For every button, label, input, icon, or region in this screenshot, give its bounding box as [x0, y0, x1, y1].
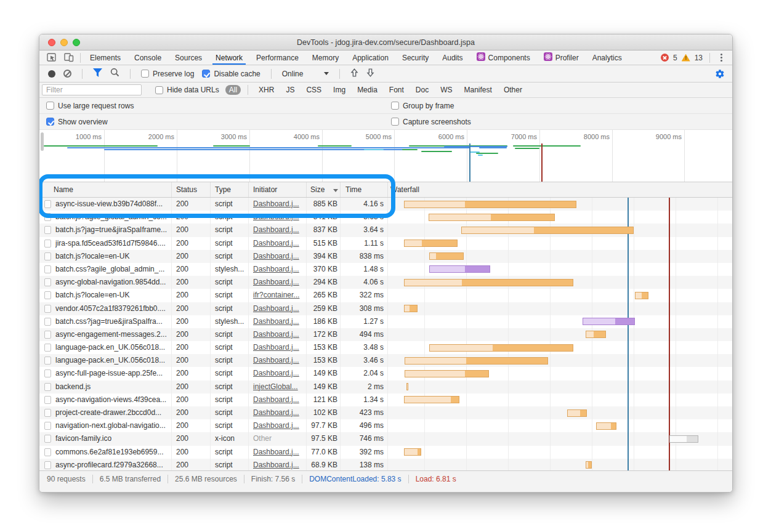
request-name-cell[interactable]: async-full-page-issue-app.25fe... [55, 367, 171, 380]
request-name-cell[interactable]: batch.js?locale=en-UK [55, 289, 171, 302]
column-header-time[interactable]: Time [345, 185, 361, 194]
search-icon[interactable] [110, 68, 119, 79]
request-name-cell[interactable]: batch.css?jag=true&jiraSpaIfra... [55, 315, 171, 328]
tab-application[interactable]: Application [345, 50, 395, 65]
type-filter-manifest[interactable]: Manifest [461, 85, 496, 95]
waterfall-bar[interactable] [406, 383, 408, 390]
import-har-icon[interactable] [350, 68, 358, 79]
waterfall-bar[interactable] [635, 292, 648, 299]
request-name-cell[interactable]: batch.js?locale=en-UK [55, 250, 171, 263]
waterfall-bar[interactable] [404, 240, 458, 247]
use-large-request-rows-option[interactable]: Use large request rows [46, 102, 134, 110]
close-window-button[interactable] [48, 39, 55, 46]
group-by-frame-option[interactable]: Group by frame [391, 102, 454, 110]
disable-cache-checkbox[interactable] [202, 70, 210, 78]
waterfall-bar[interactable] [405, 370, 489, 377]
tab-memory[interactable]: Memory [305, 50, 345, 65]
type-filter-img[interactable]: Img [329, 85, 349, 95]
initiator-link[interactable]: Dashboard.j... [253, 225, 299, 234]
waterfall-bar[interactable] [669, 435, 698, 443]
request-name-cell[interactable]: async-navigation-views.4f39cea... [55, 393, 171, 406]
scrollbar-thumb[interactable] [41, 132, 44, 151]
column-header-waterfall[interactable]: Waterfall [390, 185, 419, 194]
waterfall-bar[interactable] [404, 201, 576, 208]
initiator-link[interactable]: Dashboard.j... [253, 448, 299, 456]
request-name-cell[interactable]: batch.js?jag=true&jiraSpaIframe... [55, 224, 171, 236]
initiator-link[interactable]: Dashboard.j... [253, 408, 299, 417]
initiator-link[interactable]: Dashboard.j... [253, 252, 299, 260]
zoom-window-button[interactable] [73, 39, 80, 46]
column-header-type[interactable]: Type [215, 185, 231, 194]
request-name-cell[interactable]: favicon-family.ico [55, 432, 171, 445]
waterfall-bar[interactable] [567, 409, 587, 417]
type-filter-css[interactable]: CSS [302, 85, 325, 95]
column-header-name[interactable]: Name [54, 185, 73, 194]
waterfall-bar[interactable] [404, 396, 459, 403]
error-badge-icon[interactable] [661, 54, 669, 62]
waterfall-bar[interactable] [429, 214, 555, 221]
more-options-icon[interactable] [721, 57, 722, 58]
initiator-link[interactable]: Dashboard.j... [253, 239, 299, 248]
initiator-link[interactable]: Dashboard.j... [253, 317, 299, 326]
column-header-status[interactable]: Status [176, 185, 197, 194]
request-name-cell[interactable]: async-global-navigation.9854dd... [55, 276, 171, 289]
request-name-cell[interactable]: jira-spa.fd5cead53f61d7f59846.... [55, 237, 171, 250]
preserve-log-option[interactable]: Preserve log [141, 70, 194, 78]
use-large-request-rows-checkbox[interactable] [46, 102, 54, 110]
request-name-cell[interactable]: language-pack.en_UK.056c018... [55, 341, 171, 354]
initiator-link[interactable]: Dashboard.j... [253, 200, 299, 208]
column-header-initiator[interactable]: Initiator [253, 185, 277, 194]
tab-components[interactable]: Components [470, 50, 537, 65]
type-filter-doc[interactable]: Doc [412, 85, 432, 95]
disable-cache-option[interactable]: Disable cache [202, 70, 260, 78]
request-name-cell[interactable]: async-issue-view.b39b74d088f... [55, 198, 171, 211]
waterfall-bar[interactable] [429, 265, 490, 273]
warning-count[interactable]: 13 [695, 54, 703, 62]
request-name-cell[interactable]: async-engagement-messages.2... [55, 328, 171, 341]
initiator-link[interactable]: Dashboard.j... [253, 421, 299, 430]
waterfall-bar[interactable] [461, 227, 634, 234]
request-name-cell[interactable]: navigation-next.global-navigatio... [55, 419, 171, 432]
tab-elements[interactable]: Elements [83, 50, 127, 65]
column-divider[interactable] [387, 182, 388, 197]
export-har-icon[interactable] [366, 68, 374, 79]
initiator-link[interactable]: Dashboard.j... [253, 278, 299, 286]
tab-sources[interactable]: Sources [168, 50, 209, 65]
network-overview-timeline[interactable]: 1000 ms2000 ms3000 ms4000 ms5000 ms6000 … [39, 130, 732, 182]
filter-input[interactable] [42, 84, 142, 95]
hide-data-urls-option[interactable]: Hide data URLs [155, 86, 219, 94]
initiator-link[interactable]: Dashboard.j... [253, 330, 299, 339]
type-filter-all[interactable]: All [225, 85, 241, 95]
settings-gear-icon[interactable] [715, 69, 725, 79]
waterfall-bar[interactable] [429, 252, 464, 260]
tab-performance[interactable]: Performance [249, 50, 305, 65]
throttling-dropdown[interactable]: Online [282, 70, 329, 78]
column-divider[interactable] [171, 182, 172, 197]
waterfall-bar[interactable] [404, 279, 573, 286]
capture-screenshots-checkbox[interactable] [391, 118, 399, 126]
minimize-window-button[interactable] [60, 39, 68, 46]
device-toolbar-icon[interactable] [60, 50, 78, 65]
request-name-cell[interactable]: backend.js [55, 381, 171, 393]
waterfall-bar[interactable] [596, 422, 616, 430]
waterfall-bar[interactable] [405, 357, 548, 365]
clear-network-log-icon[interactable] [63, 70, 71, 78]
request-name-cell[interactable]: batch.js?agile_global_admin_co... [55, 211, 171, 224]
initiator-link[interactable]: Dashboard.j... [253, 265, 299, 273]
filter-toggle-icon[interactable] [93, 68, 102, 79]
initiator-link[interactable]: ifr?container... [253, 291, 299, 299]
initiator-link[interactable]: injectGlobal... [253, 382, 298, 391]
tab-analytics[interactable]: Analytics [586, 50, 629, 65]
column-divider[interactable] [340, 182, 341, 197]
show-overview-checkbox[interactable] [46, 118, 54, 126]
tab-console[interactable]: Console [127, 50, 168, 65]
show-overview-option[interactable]: Show overview [46, 118, 108, 126]
initiator-link[interactable]: Dashboard.j... [253, 356, 299, 365]
type-filter-ws[interactable]: WS [437, 85, 456, 95]
waterfall-bar[interactable] [404, 305, 418, 312]
request-name-cell[interactable]: async-profilecard.f2979a32668... [55, 459, 171, 470]
preserve-log-checkbox[interactable] [141, 70, 149, 78]
request-name-cell[interactable]: batch.css?agile_global_admin_... [55, 263, 171, 276]
initiator-link[interactable]: Dashboard.j... [253, 461, 299, 469]
waterfall-bar[interactable] [586, 331, 606, 338]
